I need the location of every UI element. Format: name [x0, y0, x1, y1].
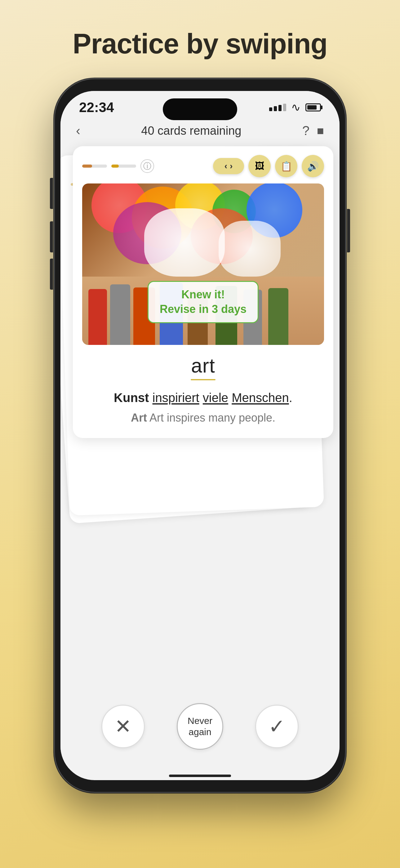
help-button[interactable]: ?: [302, 123, 309, 138]
word-underline: [191, 379, 215, 380]
card-translation: Art Art inspires many people.: [82, 410, 324, 426]
cards-button[interactable]: ■: [317, 124, 324, 137]
knew-it-badge: Knew it! Revise in 3 days: [147, 281, 259, 323]
notes-button[interactable]: 📋: [275, 155, 297, 177]
knew-it-text-2: Revise in 3 days: [160, 302, 246, 317]
card-sentence-de: Kunst inspiriert viele Menschen.: [82, 389, 324, 406]
person-figure: [88, 289, 107, 345]
phone-shell: 22:34 ∿ ‹ 40 cards remaining ?: [54, 79, 346, 793]
info-icon[interactable]: ⓘ: [140, 159, 154, 173]
approve-button[interactable]: ✓: [255, 705, 299, 748]
phone-screen: 22:34 ∿ ‹ 40 cards remaining ?: [61, 91, 339, 780]
page-title: Practice by swiping: [72, 28, 327, 60]
nav-bar: ‹ 40 cards remaining ? ■: [61, 118, 339, 143]
x-icon: ✕: [115, 715, 131, 738]
card-toolbar: ⓘ ‹ › 🖼 📋 🔊: [82, 155, 324, 177]
prev-arrow-icon: ‹: [225, 161, 227, 171]
card-image: Knew it! Revise in 3 days: [82, 183, 324, 345]
card-nav-button[interactable]: ‹ ›: [213, 158, 244, 174]
progress-bar-1: [82, 164, 107, 168]
dismiss-button[interactable]: ✕: [101, 705, 145, 748]
check-icon: ✓: [269, 715, 285, 738]
action-bar: ✕ Neveragain ✓: [61, 691, 339, 768]
image-button[interactable]: 🖼: [248, 155, 271, 177]
card-stack: kilo Ich der I ri eve: [67, 146, 333, 418]
translation-text: Art inspires many people.: [149, 411, 275, 424]
dynamic-island: [163, 98, 237, 120]
status-icons: ∿: [269, 101, 321, 114]
never-again-button[interactable]: Neveragain: [177, 703, 223, 750]
person-figure: [268, 288, 288, 345]
main-card[interactable]: ⓘ ‹ › 🖼 📋 🔊: [73, 146, 333, 438]
card-word: art: [82, 354, 324, 377]
back-button[interactable]: ‹: [76, 123, 80, 138]
battery-icon: [305, 103, 321, 112]
next-arrow-icon: ›: [230, 161, 233, 171]
progress-bar-2: [111, 164, 136, 168]
status-time: 22:34: [79, 100, 114, 115]
wifi-icon: ∿: [291, 101, 300, 114]
status-bar: 22:34 ∿: [61, 91, 339, 118]
nav-icons: ? ■: [302, 123, 324, 138]
signal-icon: [269, 104, 286, 111]
home-indicator: [169, 775, 231, 777]
never-again-text: Neveragain: [188, 715, 212, 738]
nav-title: 40 cards remaining: [141, 124, 241, 137]
knew-it-text-1: Knew it!: [160, 287, 246, 302]
person-figure: [110, 284, 130, 345]
audio-button[interactable]: 🔊: [302, 155, 324, 177]
